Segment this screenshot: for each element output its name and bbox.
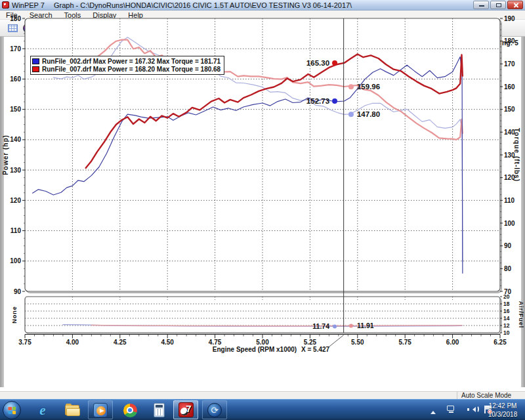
torque-axis-title: Torque (ft-lbs): [513, 128, 520, 182]
cursor-marker-label: 11.91: [357, 322, 374, 329]
torque-tick-label: 90: [504, 242, 512, 249]
af-tick-label: 20: [503, 293, 510, 300]
x-tick-label: 5.00: [256, 339, 269, 346]
hidden-icons-caret[interactable]: [430, 408, 436, 414]
power-tick-label: 160: [10, 75, 21, 83]
taskbar-item-media-player[interactable]: [88, 400, 113, 419]
clock-date: 10/3/2018: [484, 410, 521, 419]
desktop: WinPEP 7 Graph - C:\DynoRuns\HONDA\CIVIC…: [0, 0, 525, 420]
cursor-marker-dot: [348, 112, 354, 117]
x-tick-label: 3.75: [18, 339, 32, 346]
cursor-marker-label: 147.80: [357, 110, 380, 118]
taskbar: e 12:42 PM 10/3/2018: [0, 399, 525, 420]
af-tick-label: 18: [503, 301, 510, 307]
cursor-marker-label: 165.30: [306, 59, 329, 67]
torque-tick-label: 190: [504, 15, 515, 22]
power-tick-label: 100: [10, 257, 21, 264]
chrome-icon: [123, 404, 137, 417]
cursor-marker-label: 11.74: [312, 322, 329, 330]
x-tick-label: 5.50: [351, 339, 364, 346]
power-tick-label: 130: [10, 167, 21, 174]
torque-tick-label: 150: [504, 106, 515, 113]
folder-icon: [65, 405, 79, 415]
statusbar: Auto Scale Mode: [0, 391, 525, 399]
legend-swatch-run007: [32, 66, 39, 72]
af-tick-label: 16: [503, 308, 510, 314]
af-tick-label: 14: [503, 315, 510, 322]
taskbar-item-calculator[interactable]: [151, 402, 167, 418]
af-axis-title: Air/Fuel: [518, 301, 524, 329]
af-tick-label: 10: [503, 329, 510, 336]
legend-label-run007: RunFile_007.drf Max Power = 168.20 Max T…: [42, 66, 220, 73]
power-tick-label: 150: [10, 106, 21, 113]
power-tick-label: 120: [10, 197, 21, 204]
power-tick-label: 90: [14, 288, 22, 295]
torque-tick-label: 180: [504, 37, 515, 45]
torque-tick-label: 80: [504, 265, 512, 272]
x-tick-label: 6.00: [446, 339, 459, 346]
power-tick-label: 180: [10, 15, 21, 22]
cursor-marker-label: 159.96: [357, 83, 380, 91]
torque-tick-label: 170: [504, 60, 515, 68]
taskbar-item-file-explorer[interactable]: [64, 402, 80, 418]
chart-legend: RunFile_002.drf Max Power = 167.32 Max T…: [30, 56, 224, 75]
legend-row-run002: RunFile_002.drf Max Power = 167.32 Max T…: [32, 57, 220, 65]
x-tick-label: 4.75: [209, 339, 222, 346]
cursor-x-readout: X = 5.427: [301, 346, 330, 353]
x-tick-label: 5.75: [398, 339, 411, 346]
sync-arrows-icon: [207, 403, 222, 417]
x-tick-label: 4.25: [114, 339, 127, 346]
power-tick-label: 140: [10, 136, 21, 143]
legend-row-run007: RunFile_007.drf Max Power = 168.20 Max T…: [32, 65, 220, 73]
legend-swatch-run002: [32, 58, 39, 64]
media-player-icon: [93, 403, 108, 417]
taskbar-item-internet-explorer[interactable]: e: [35, 402, 51, 418]
torque-tick-label: 160: [504, 83, 515, 91]
af-left-axis-title: None: [11, 306, 18, 324]
x-tick-label: 4.00: [66, 339, 79, 346]
cursor-marker-label: 152.73: [306, 97, 329, 105]
cursor-marker-dot: [348, 84, 354, 89]
torque-tick-label: 100: [504, 220, 515, 227]
power-tick-label: 110: [10, 227, 22, 234]
cursor-marker-dot: [332, 60, 337, 66]
internet-explorer-icon: e: [39, 402, 45, 419]
cursor-marker-dot: [333, 324, 337, 328]
taskbar-clock[interactable]: 12:42 PM 10/3/2018: [484, 402, 521, 419]
power-tick-label: 170: [10, 45, 21, 52]
network-icon[interactable]: [447, 406, 455, 413]
power-axis-title: Power (hp): [2, 135, 9, 175]
taskbar-item-winpep[interactable]: [173, 400, 198, 419]
calculator-icon: [154, 403, 165, 417]
legend-label-run002: RunFile_002.drf Max Power = 167.32 Max T…: [42, 58, 220, 65]
af-tick-label: 12: [503, 322, 510, 329]
x-tick-label: 4.50: [161, 339, 174, 346]
x-axis-title: Engine Speed (RPM x1000): [213, 346, 297, 353]
x-tick-label: 6.25: [494, 339, 507, 346]
cursor-readout-pointer: [328, 335, 344, 348]
winpep-icon: [178, 402, 194, 417]
dyno-chart-plot[interactable]: 1801701601501401301201101009019018017016…: [0, 0, 525, 354]
taskbar-item-sync-app[interactable]: [202, 400, 227, 419]
start-button[interactable]: [3, 401, 21, 419]
x-tick-label: 5.25: [304, 339, 317, 346]
cursor-marker-dot: [349, 324, 353, 327]
cursor-marker-dot: [332, 98, 337, 104]
taskbar-item-chrome[interactable]: [122, 402, 138, 418]
windows-flag-icon: [8, 406, 16, 413]
torque-tick-label: 110: [504, 197, 515, 204]
clock-time: 12:42 PM: [484, 402, 521, 410]
